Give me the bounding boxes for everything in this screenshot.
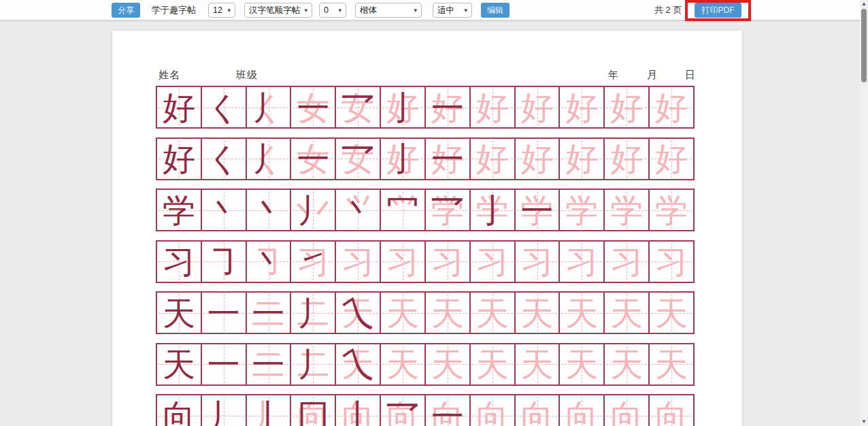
trace-character: 学 [560, 190, 603, 230]
grid-cell: 向乛 [380, 395, 424, 426]
practice-row-学: 学丶丶丶丷丿⺍丶⺍冖学乛学亅学一学学学 [156, 189, 695, 231]
trace-character: 天 [560, 293, 603, 333]
stroke-character: 丿 [247, 139, 290, 179]
trace-character: 习 [516, 242, 559, 282]
stroke-character: ㇀ [291, 242, 335, 282]
trace-character: 天 [426, 293, 469, 333]
grid-cell: く丿 [246, 139, 290, 179]
stroke-character: 丿 [202, 395, 246, 426]
trace-character: 天 [650, 293, 693, 333]
font-family-select[interactable]: 楷体 ▾ [355, 3, 422, 18]
grid-cell: 好亅 [380, 139, 424, 179]
trace-character: 天 [426, 344, 469, 384]
stroke-character: く [202, 139, 246, 179]
grid-cell: 习 [469, 242, 514, 282]
grid-cell: 天 [424, 293, 469, 333]
grid-cell: 向 [603, 395, 648, 426]
trace-character: 好 [560, 87, 603, 127]
stroke-character: 丿 [291, 190, 335, 230]
trace-character: 好 [516, 87, 559, 127]
grid-cell: 天乀 [335, 344, 380, 384]
grid-cell: 好 [469, 139, 514, 179]
template-value: 汉字笔顺字帖 [249, 5, 300, 16]
offset-select[interactable]: 0 ▾ [319, 3, 346, 18]
grid-cell: 好 [603, 139, 648, 179]
grid-cell: 学亅 [469, 190, 514, 230]
stroke-character: 习 [157, 242, 201, 282]
page-count-label: 共 2 页 [654, 3, 682, 18]
grid-cell: 好一 [424, 87, 469, 127]
stroke-character: 丶 [247, 190, 290, 230]
grid-cell: 天 [648, 344, 693, 384]
scrollbar-thumb[interactable] [861, 9, 867, 82]
year-label: 年 [608, 69, 619, 82]
trace-character: 好 [471, 87, 514, 127]
trace-character: 天 [605, 293, 648, 333]
trace-character: 天 [560, 344, 603, 384]
edit-button[interactable]: 编辑 [481, 3, 510, 18]
grid-cell: 好 [469, 87, 514, 127]
trace-character: 好 [471, 139, 514, 179]
stroke-character: 一 [291, 139, 335, 179]
scroll-down-icon[interactable]: ▼ [860, 418, 868, 426]
stroke-character: 天 [157, 293, 201, 333]
grid-cell: 好 [603, 87, 648, 127]
grid-cell: 好亅 [380, 87, 424, 127]
chevron-down-icon: ▾ [414, 7, 417, 14]
worksheet-page: 姓名 班级 年 月 日 好くく丿女一女乛好亅好一好好好好好好くく丿女一女乛好亅好… [112, 31, 742, 426]
trace-character: 习 [426, 242, 469, 282]
grid-cell: 二丿 [290, 293, 335, 333]
grid-cell: 天 [469, 293, 514, 333]
stroke-character: 一 [247, 344, 290, 384]
grid-cell: 向 [514, 395, 559, 426]
scroll-up-icon[interactable]: ▲ [860, 0, 868, 8]
grid-cell: 丶 [201, 190, 246, 230]
grid-cell: 习 [335, 242, 380, 282]
grid-cell: 天 [380, 293, 424, 333]
grid-cell: 好 [648, 87, 693, 127]
print-pdf-button[interactable]: 打印PDF [695, 3, 741, 18]
trace-character: 天 [381, 293, 424, 333]
trace-character: 好 [650, 139, 693, 179]
stroke-character: 丿 [291, 344, 335, 384]
trace-character: 天 [471, 293, 514, 333]
grid-cell: 天 [514, 293, 559, 333]
grid-cell: 好 [514, 139, 559, 179]
trace-character: 习 [560, 242, 603, 282]
site-title: 学于趣字帖 [152, 3, 196, 18]
stroke-character: 乀 [336, 344, 380, 384]
template-select[interactable]: 汉字笔顺字帖 ▾ [244, 3, 312, 18]
trace-character: 学 [605, 190, 648, 230]
name-label: 姓名 [158, 69, 180, 82]
grid-cell: 天 [469, 344, 514, 384]
stroke-character: 亅 [381, 87, 424, 127]
grid-cell: 天 [558, 344, 603, 384]
grid-cell: 天 [648, 293, 693, 333]
chevron-down-icon: ▾ [304, 7, 307, 14]
trace-character: 向 [516, 395, 559, 426]
grid-cell: 女乛 [335, 139, 380, 179]
grid-cell: 丿 [201, 395, 246, 426]
font-size-select[interactable]: 12 ▾ [208, 3, 235, 18]
grid-cell: く [201, 87, 246, 127]
vertical-scrollbar[interactable]: ▲ ▼ [860, 0, 868, 426]
density-select[interactable]: 适中 ▾ [433, 3, 472, 18]
grid-cell: 好 [157, 139, 201, 179]
stroke-character: 亅 [381, 139, 424, 179]
share-button[interactable]: 分享 [112, 3, 140, 18]
grid-cell: 天 [424, 344, 469, 384]
chevron-down-icon: ▾ [464, 7, 467, 14]
trace-character: 向 [471, 395, 514, 426]
grid-cell: 向丨 [335, 395, 380, 426]
trace-character: 天 [516, 293, 559, 333]
grid-cell: 学乛 [424, 190, 469, 230]
practice-row-习: 习㇆㇆丶习㇀习习习习习习习习 [156, 240, 695, 283]
grid-cell: 习 [603, 242, 648, 282]
grid-cell: く丿 [246, 87, 290, 127]
grid-cell: 天 [603, 344, 648, 384]
trace-character: 好 [605, 139, 648, 179]
practice-row-天: 天一二一二丿天乀天天天天天天天 [156, 291, 695, 334]
grid-cell: 丷丿 [290, 190, 335, 230]
trace-character: 好 [516, 139, 559, 179]
trace-character: 好 [560, 139, 603, 179]
